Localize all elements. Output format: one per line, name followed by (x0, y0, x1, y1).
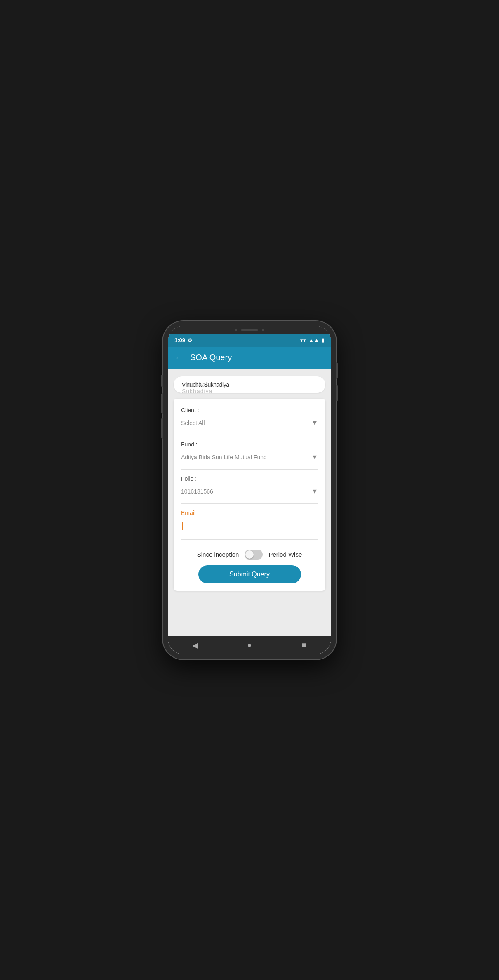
fund-select[interactable]: Aditya Birla Sun Life Mutual Fund ▼ (181, 451, 318, 463)
inception-toggle[interactable] (245, 550, 263, 560)
since-inception-label: Since inception (197, 551, 239, 558)
client-chevron-icon: ▼ (311, 419, 318, 427)
folio-select[interactable]: 1016181566 ▼ (181, 485, 318, 498)
fund-label: Fund : (181, 441, 318, 448)
email-input-area[interactable] (181, 520, 318, 534)
signal-icon: ▲▲ (308, 337, 319, 343)
folio-field-group: Folio : 1016181566 ▼ (181, 475, 318, 504)
user-name-pill: Vinubhai Sukhadiya Vinubhai Sukhadiya (174, 376, 325, 393)
time-display: 1:09 (174, 337, 185, 343)
email-label: Email (181, 510, 318, 516)
client-select[interactable]: Select All ▼ (181, 417, 318, 429)
client-value: Select All (181, 420, 205, 426)
email-cursor (182, 522, 183, 530)
bottom-nav: ◀ ● ■ (168, 636, 331, 654)
status-bar: 1:09 ⚙ ▾▾ ▲▲ ▮ (168, 334, 331, 347)
nav-recent-button[interactable]: ■ (297, 638, 311, 653)
phone-notch (168, 326, 331, 334)
submit-query-button[interactable]: Submit Query (198, 565, 301, 583)
sensor (262, 329, 264, 331)
content-area: Vinubhai Sukhadiya Vinubhai Sukhadiya Cl… (168, 369, 331, 636)
folio-value: 1016181566 (181, 488, 213, 495)
nav-back-button[interactable]: ◀ (188, 638, 202, 653)
form-card: Client : Select All ▼ Fund : Aditya Birl… (174, 399, 325, 591)
app-title: SOA Query (190, 353, 232, 362)
phone-frame: 1:09 ⚙ ▾▾ ▲▲ ▮ ← SOA Query Vinubhai Sukh… (163, 321, 336, 659)
speaker (241, 329, 258, 331)
folio-chevron-icon: ▼ (311, 488, 318, 495)
email-field-group: Email (181, 510, 318, 540)
period-wise-label: Period Wise (268, 551, 302, 558)
folio-label: Folio : (181, 475, 318, 482)
phone-screen: 1:09 ⚙ ▾▾ ▲▲ ▮ ← SOA Query Vinubhai Sukh… (168, 326, 331, 654)
fund-field-group: Fund : Aditya Birla Sun Life Mutual Fund… (181, 441, 318, 470)
fund-value: Aditya Birla Sun Life Mutual Fund (181, 454, 267, 460)
user-name-text: Vinubhai Sukhadiya Vinubhai Sukhadiya (182, 381, 229, 388)
status-time-area: 1:09 ⚙ (174, 337, 192, 343)
status-icons: ▾▾ ▲▲ ▮ (300, 337, 325, 343)
client-label: Client : (181, 407, 318, 413)
wifi-icon: ▾▾ (300, 337, 306, 343)
client-field-group: Client : Select All ▼ (181, 407, 318, 435)
camera (235, 329, 237, 331)
app-bar: ← SOA Query (168, 347, 331, 369)
nav-home-button[interactable]: ● (242, 638, 257, 653)
fund-chevron-icon: ▼ (311, 453, 318, 461)
toggle-row: Since inception Period Wise (181, 550, 318, 560)
gear-icon: ⚙ (188, 338, 192, 343)
battery-icon: ▮ (322, 337, 325, 343)
back-button[interactable]: ← (174, 352, 184, 363)
